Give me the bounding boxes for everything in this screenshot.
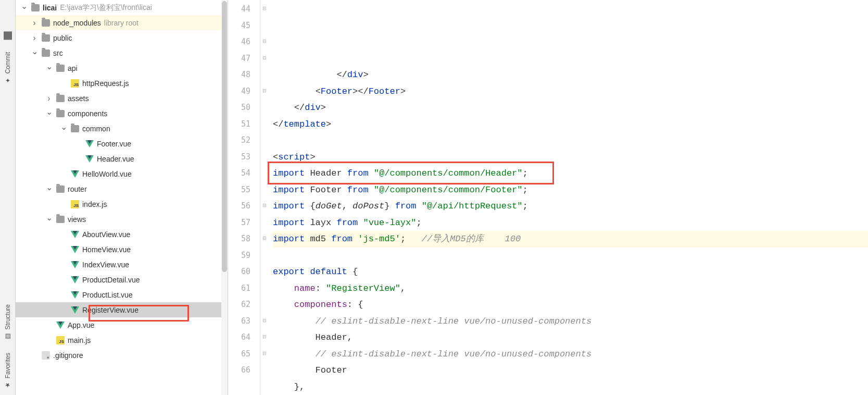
tree-label: licai bbox=[43, 4, 57, 12]
code-line[interactable]: // eslint-disable-next-line vue/no-unuse… bbox=[273, 313, 868, 330]
chevron-right-icon[interactable] bbox=[30, 19, 39, 27]
tree-node-src[interactable]: src bbox=[16, 45, 228, 60]
tree-scrollbar[interactable] bbox=[221, 0, 228, 395]
tree-node-header-vue[interactable]: Header.vue bbox=[16, 151, 228, 166]
tree-label: App.vue bbox=[68, 321, 94, 329]
tree-node-common[interactable]: common bbox=[16, 121, 228, 136]
line-number: 61 bbox=[228, 280, 250, 297]
scrollbar-thumb[interactable] bbox=[222, 1, 227, 272]
line-number: 45 bbox=[228, 18, 250, 34]
line-number: 63 bbox=[228, 313, 250, 330]
chevron-down-icon[interactable] bbox=[20, 4, 28, 12]
tree-label: AboutView.vue bbox=[82, 230, 130, 239]
tree-node-index-js[interactable]: JS index.js bbox=[16, 196, 228, 212]
code-line[interactable]: import layx from "vue-layx"; bbox=[273, 215, 868, 231]
code-line[interactable]: export default { bbox=[273, 264, 868, 280]
folder-icon bbox=[56, 110, 65, 117]
code-line[interactable]: Header, bbox=[273, 329, 868, 346]
folder-icon bbox=[42, 50, 50, 57]
project-icon bbox=[4, 31, 12, 40]
tree-node-api[interactable]: api bbox=[16, 60, 228, 76]
code-line[interactable]: import Footer from "@/components/common/… bbox=[273, 182, 868, 199]
folder-icon bbox=[71, 125, 79, 132]
code-line[interactable] bbox=[273, 132, 868, 149]
line-number: 56 bbox=[228, 198, 250, 215]
chevron-down-icon[interactable] bbox=[30, 49, 39, 57]
tree-node-home-view[interactable]: HomeView.vue bbox=[16, 242, 228, 257]
line-number: 48 bbox=[228, 67, 250, 83]
tree-node-components[interactable]: components bbox=[16, 106, 228, 121]
chevron-down-icon[interactable] bbox=[45, 109, 53, 118]
line-number-gutter: 4445464748495051525354555657585960616263… bbox=[228, 0, 260, 395]
js-file-icon: JS bbox=[71, 200, 79, 208]
tree-node-httprequest[interactable]: JS httpRequest.js bbox=[16, 76, 228, 91]
tree-node-gitignore[interactable]: .gitignore bbox=[16, 348, 228, 363]
project-tree-panel[interactable]: licai E:\java学习\盈利宝\front\licai node_mod… bbox=[16, 0, 228, 395]
fold-open-icon[interactable]: ⊟ bbox=[261, 350, 268, 356]
tree-node-root[interactable]: licai E:\java学习\盈利宝\front\licai bbox=[16, 0, 228, 15]
tool-tab-project[interactable]: Project bbox=[2, 3, 14, 46]
tree-node-views[interactable]: views bbox=[16, 212, 228, 227]
folder-icon bbox=[42, 19, 50, 27]
fold-open-icon[interactable]: ⊟ bbox=[261, 334, 268, 340]
code-line[interactable]: <Footer></Footer> bbox=[273, 83, 868, 100]
js-file-icon: JS bbox=[56, 336, 65, 344]
fold-open-icon[interactable]: ⊟ bbox=[261, 235, 268, 241]
chevron-down-icon[interactable] bbox=[45, 64, 53, 72]
code-line[interactable] bbox=[273, 248, 868, 264]
code-line[interactable]: </template> bbox=[273, 116, 868, 133]
tree-node-router[interactable]: router bbox=[16, 181, 228, 196]
code-line[interactable]: name: "RegisterView", bbox=[273, 280, 868, 297]
tree-node-node-modules[interactable]: node_modules library root bbox=[16, 15, 228, 30]
fold-close-icon[interactable]: ⊟ bbox=[261, 317, 268, 324]
line-number: 53 bbox=[228, 149, 250, 166]
code-line[interactable]: components: { bbox=[273, 297, 868, 313]
editor-panel[interactable]: 4445464748495051525354555657585960616263… bbox=[228, 0, 868, 395]
code-line[interactable]: // eslint-disable-next-line vue/no-unuse… bbox=[273, 346, 868, 363]
tree-label: RegisterView.vue bbox=[82, 306, 139, 314]
chevron-down-icon[interactable] bbox=[45, 215, 53, 224]
code-area[interactable]: </div> <Footer></Footer> </div></templat… bbox=[271, 0, 868, 395]
folder-icon bbox=[56, 95, 65, 102]
fold-open-icon[interactable]: ⊟ bbox=[261, 202, 268, 208]
chevron-down-icon[interactable] bbox=[59, 125, 68, 133]
tree-node-assets[interactable]: assets bbox=[16, 91, 228, 106]
code-line[interactable]: import Header from "@/components/common/… bbox=[273, 165, 868, 182]
code-line[interactable]: import md5 from 'js-md5'; //导入MD5的库 100 bbox=[273, 231, 868, 248]
line-number: 58 bbox=[228, 231, 250, 248]
tool-tab-structure[interactable]: ▤ Structure bbox=[2, 298, 14, 347]
tree-label: main.js bbox=[68, 336, 91, 344]
tree-label: Header.vue bbox=[97, 155, 134, 163]
tree-node-footer-vue[interactable]: Footer.vue bbox=[16, 136, 228, 151]
tree-label: components bbox=[68, 109, 107, 118]
tree-node-helloworld[interactable]: HelloWorld.vue bbox=[16, 166, 228, 181]
code-line[interactable]: <script> bbox=[273, 149, 868, 166]
tree-node-product-list[interactable]: ProductList.vue bbox=[16, 287, 228, 302]
tree-node-about-view[interactable]: AboutView.vue bbox=[16, 227, 228, 242]
tree-node-product-detail[interactable]: ProductDetail.vue bbox=[16, 272, 228, 287]
chevron-down-icon[interactable] bbox=[45, 185, 53, 193]
chevron-right-icon[interactable] bbox=[30, 34, 39, 42]
code-line[interactable]: </div> bbox=[273, 67, 868, 83]
tool-tab-favorites[interactable]: ★ Favorites bbox=[2, 347, 14, 395]
code-line[interactable]: Footer bbox=[273, 362, 868, 379]
tree-node-public[interactable]: public bbox=[16, 30, 228, 45]
fold-close-icon[interactable]: ⊟ bbox=[261, 5, 268, 11]
code-line[interactable]: </div> bbox=[273, 100, 868, 116]
tree-label: router bbox=[68, 185, 87, 193]
fold-close-icon[interactable]: ⊟ bbox=[261, 38, 268, 44]
folder-icon bbox=[31, 4, 40, 11]
tool-tab-commit[interactable]: ✦ Commit bbox=[2, 46, 14, 90]
tree-node-index-view[interactable]: IndexView.vue bbox=[16, 257, 228, 272]
line-number: 55 bbox=[228, 182, 250, 199]
tree-node-register-view[interactable]: RegisterView.vue bbox=[16, 302, 228, 317]
chevron-right-icon[interactable] bbox=[45, 94, 53, 103]
code-line[interactable]: import {doGet, doPost} from "@/api/httpR… bbox=[273, 198, 868, 215]
tree-node-main-js[interactable]: JS main.js bbox=[16, 332, 228, 348]
line-number: 54 bbox=[228, 165, 250, 182]
code-line[interactable]: }, bbox=[273, 379, 868, 396]
tree-node-app-vue[interactable]: App.vue bbox=[16, 317, 228, 332]
fold-open-icon[interactable]: ⊟ bbox=[261, 88, 268, 94]
fold-close-icon[interactable]: ⊟ bbox=[261, 55, 268, 61]
tree-label: httpRequest.js bbox=[82, 79, 129, 88]
